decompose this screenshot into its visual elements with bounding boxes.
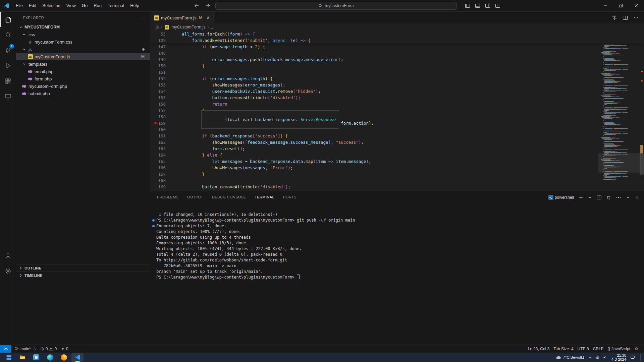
code-line[interactable]: 150}	[150, 63, 644, 69]
tab-mycustomform-js[interactable]: JS myCustomForm.js M ✕	[150, 12, 214, 23]
code-line[interactable]: 151	[150, 69, 644, 75]
toggle-sidebar-icon[interactable]	[465, 3, 470, 8]
line-number[interactable]: 160	[150, 126, 172, 133]
menu-terminal[interactable]: Terminal	[105, 1, 127, 10]
code-line[interactable]: 55all_forms.forEach((form) => {	[150, 31, 644, 37]
code-line[interactable]: 109form.addEventListener('submit', async…	[150, 37, 644, 44]
line-number[interactable]: 168	[150, 177, 172, 184]
code-line[interactable]: 154userFeedbackDiv.classList.remove('hid…	[150, 88, 644, 95]
line-number[interactable]: 169	[150, 184, 172, 190]
weather-widget[interactable]: 7°C Bewolkt	[555, 355, 584, 360]
line-number[interactable]: 55	[150, 31, 172, 37]
language-mode[interactable]: {} JavaScript	[605, 347, 632, 351]
cursor-position[interactable]: Ln 23, Col 3	[526, 347, 552, 351]
line-number[interactable]: 161	[150, 133, 172, 139]
terminal-output[interactable]: 1 file changed, 10 insertions(+), 16 del…	[150, 203, 644, 345]
ports-status[interactable]: 0	[59, 347, 70, 351]
forward-arrow-icon[interactable]	[204, 2, 212, 10]
line-number[interactable]: 157	[150, 107, 172, 114]
volume-icon[interactable]	[603, 355, 607, 360]
menu-go[interactable]: Go	[79, 1, 91, 10]
line-number[interactable]: 164	[150, 152, 172, 158]
code-line[interactable]: 167}	[150, 171, 644, 177]
code-line[interactable]: 163form.reset();	[150, 145, 644, 152]
scrollbar-slider[interactable]	[640, 154, 644, 175]
code-line[interactable]: 148	[150, 50, 644, 56]
code-line[interactable]: 155button.removeAttribute('disabled');	[150, 95, 644, 101]
file-mycustomform.css[interactable]: #mycustomForm.css	[16, 38, 150, 46]
accounts-icon[interactable]	[0, 248, 16, 263]
search-sidebar-icon[interactable]	[0, 27, 16, 43]
notifications-bell-icon[interactable]	[632, 347, 641, 351]
code-line[interactable]: 161if (backend_response['success']) {	[150, 133, 644, 139]
vscode-taskbar-icon[interactable]	[71, 353, 84, 362]
explorer-icon[interactable]	[0, 12, 16, 27]
line-number[interactable]: 154	[150, 88, 172, 95]
line-number[interactable]: 163	[150, 145, 172, 152]
menu-help[interactable]: Help	[127, 1, 142, 10]
code-line[interactable]: 164} else {	[150, 152, 644, 158]
folder-templates[interactable]: templates	[16, 60, 150, 68]
line-number[interactable]: 150	[150, 63, 172, 69]
line-number[interactable]: 152	[150, 75, 172, 82]
file-mycustomform.js[interactable]: JSmyCustomForm.jsM	[16, 53, 150, 60]
line-number[interactable]: 167	[150, 171, 172, 177]
minimize-button[interactable]	[598, 0, 613, 12]
code-line[interactable]: 169button.removeAttribute('disabled');	[150, 184, 644, 190]
extensions-icon[interactable]	[0, 73, 16, 89]
panel-tab-debug-console[interactable]: DEBUG CONSOLE	[212, 191, 246, 203]
line-number[interactable]: 155	[150, 95, 172, 101]
tab-close-icon[interactable]: ✕	[206, 15, 210, 20]
panel-tab-terminal[interactable]: TERMINAL	[255, 191, 274, 203]
code-line[interactable]: 166showMessages(messages, "Error");	[150, 165, 644, 171]
back-arrow-icon[interactable]	[193, 2, 201, 10]
command-center-search[interactable]: mycustomForm	[215, 2, 457, 10]
restore-button[interactable]	[613, 0, 629, 12]
folder-js[interactable]: js	[16, 46, 150, 53]
breadcrumb-folder[interactable]: js	[156, 25, 159, 29]
line-number[interactable]: 156	[150, 101, 172, 107]
menu-file[interactable]: File	[13, 1, 26, 10]
code-line[interactable]: 153showMessages(error_messages);	[150, 82, 644, 88]
line-number[interactable]: 159	[150, 120, 172, 126]
taskbar-clock[interactable]: 21:38 4-3-2024	[611, 353, 626, 362]
store-taskbar-icon[interactable]	[30, 353, 42, 362]
editor[interactable]: 55all_forms.forEach((form) => {109form.a…	[150, 31, 644, 191]
section-outline[interactable]: OUTLINE	[16, 264, 150, 272]
run-debug-icon[interactable]	[0, 58, 16, 73]
line-number[interactable]: 151	[150, 69, 172, 75]
remote-explorer-icon[interactable]	[0, 89, 16, 104]
git-branch-status[interactable]: main*	[13, 347, 38, 351]
line-number[interactable]: 147	[150, 44, 172, 50]
line-number[interactable]: 158	[150, 114, 172, 120]
code-line[interactable]: 162showMessages([feedback_message.succes…	[150, 139, 644, 145]
split-editor-icon[interactable]	[623, 15, 628, 20]
notification-center-icon[interactable]	[630, 355, 635, 360]
toggle-panel-icon[interactable]	[475, 3, 480, 8]
problems-status[interactable]: 0 0	[38, 347, 59, 351]
editor-more-actions-icon[interactable]	[633, 15, 639, 20]
menu-view[interactable]: View	[63, 1, 79, 10]
tray-chevron-up-icon[interactable]	[588, 355, 592, 359]
open-changes-icon[interactable]	[612, 15, 617, 20]
code-line[interactable]: 152if (error_messages.length) {	[150, 75, 644, 82]
indentation-setting[interactable]: Tab Size: 4	[551, 347, 575, 351]
start-button[interactable]	[3, 353, 15, 362]
panel-tab-ports[interactable]: PORTS	[283, 191, 297, 203]
code-line[interactable]: 147if (message.length < 2) {	[150, 44, 644, 50]
settings-gear-icon[interactable]	[0, 263, 16, 279]
firefox-taskbar-icon[interactable]	[58, 353, 70, 362]
eol-setting[interactable]: CRLF	[591, 347, 605, 351]
maximize-panel-icon[interactable]	[626, 195, 630, 200]
file-submit.php[interactable]: submit.php	[16, 90, 150, 97]
panel-tab-problems[interactable]: PROBLEMS	[157, 191, 178, 203]
project-root-row[interactable]: MYCUSTOMFORM	[16, 23, 150, 31]
menu-run[interactable]: Run	[91, 1, 105, 10]
file-form.php[interactable]: form.php	[16, 75, 150, 82]
line-number[interactable]: 165	[150, 158, 172, 165]
explorer-more-actions-icon[interactable]: ···	[140, 15, 146, 20]
close-button[interactable]	[629, 0, 644, 12]
source-control-icon[interactable]: 1	[0, 43, 16, 58]
line-number[interactable]: 162	[150, 139, 172, 145]
file-email.php[interactable]: email.php	[16, 68, 150, 75]
